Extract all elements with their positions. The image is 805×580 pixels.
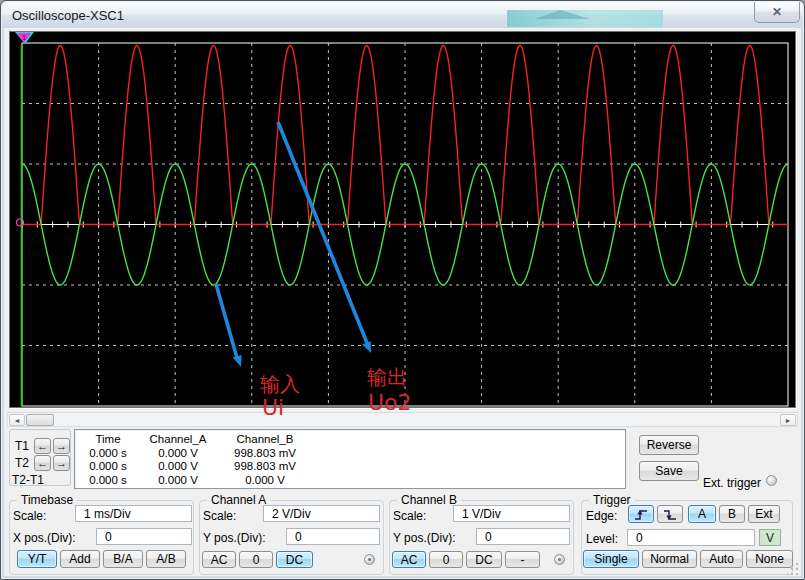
timebase-mode-yt[interactable]: Y/T bbox=[17, 550, 57, 568]
scrollbar-thumb[interactable] bbox=[26, 414, 54, 426]
timebase-scale-label: Scale: bbox=[13, 509, 46, 523]
cursor-t2t1-label: T2-T1 bbox=[12, 473, 44, 487]
scroll-left-button[interactable]: ◄ bbox=[9, 414, 25, 426]
trigger-source-a-button[interactable]: A bbox=[688, 505, 716, 523]
channel-b-minus-button[interactable]: - bbox=[505, 551, 540, 568]
trigger-source-b-button[interactable]: B bbox=[719, 505, 745, 523]
measurement-readout: Time Channel_A Channel_B 0.000 s 0.000 V… bbox=[74, 429, 626, 489]
rising-edge-icon bbox=[633, 508, 649, 521]
falling-edge-button[interactable] bbox=[657, 505, 683, 523]
channel-a-zero-button[interactable]: 0 bbox=[239, 551, 273, 568]
trigger-mode-auto[interactable]: Auto bbox=[700, 550, 743, 568]
title-bar[interactable]: Oscilloscope-XSC1 ✕ bbox=[2, 2, 803, 28]
channel-a-title: Channel A bbox=[207, 493, 270, 507]
t1-right-button[interactable]: → bbox=[53, 438, 70, 454]
ext-trigger-indicator[interactable] bbox=[766, 475, 777, 486]
falling-edge-icon bbox=[662, 508, 678, 521]
resize-grip[interactable] bbox=[787, 562, 800, 575]
trigger-mode-normal[interactable]: Normal bbox=[642, 550, 697, 568]
t2t1-channel-b: 0.000 V bbox=[215, 474, 315, 488]
cursor-control-box: T1 ← → T2 ← → T2-T1 bbox=[9, 429, 71, 486]
trigger-level-label: Level: bbox=[586, 532, 618, 546]
ext-trigger-label: Ext. trigger bbox=[703, 476, 761, 490]
channel-b-ac-button[interactable]: AC bbox=[392, 551, 426, 568]
col-header-channel-a: Channel_A bbox=[141, 433, 215, 447]
scope-display: 1 bbox=[9, 31, 796, 408]
channel-a-ypos-label: Y pos.(Div): bbox=[203, 531, 265, 545]
trigger-title: Trigger bbox=[589, 493, 635, 507]
channel-a-dc-button[interactable]: DC bbox=[276, 551, 313, 568]
trigger-mode-single[interactable]: Single bbox=[583, 550, 639, 568]
t2t1-time: 0.000 s bbox=[75, 474, 141, 488]
channel-a-ypos-field[interactable]: 0 bbox=[286, 528, 380, 545]
channel-b-scale-label: Scale: bbox=[393, 509, 426, 523]
close-button[interactable]: ✕ bbox=[754, 2, 800, 23]
t2-right-button[interactable]: → bbox=[53, 455, 70, 471]
scroll-right-button[interactable]: ► bbox=[780, 414, 796, 426]
col-header-channel-b: Channel_B bbox=[215, 433, 315, 447]
timebase-mode-ab[interactable]: A/B bbox=[146, 550, 186, 568]
scope-graticule-svg: 1 bbox=[10, 32, 795, 407]
reverse-button[interactable]: Reverse bbox=[639, 435, 699, 455]
cursor-t1-label: T1 bbox=[15, 439, 29, 453]
timebase-xpos-label: X pos.(Div): bbox=[13, 531, 76, 545]
t2-channel-b: 998.803 mV bbox=[215, 460, 315, 474]
background-window-glimpse bbox=[507, 10, 663, 27]
timebase-mode-add[interactable]: Add bbox=[60, 550, 100, 568]
trigger-mode-none[interactable]: None bbox=[746, 550, 793, 568]
timebase-title: Timebase bbox=[17, 493, 77, 507]
col-header-time: Time bbox=[75, 433, 141, 447]
t2t1-channel-a: 0.000 V bbox=[141, 474, 215, 488]
oscilloscope-window: Oscilloscope-XSC1 ✕ 1 ◄ ► T1 ← → T2 ← → … bbox=[0, 0, 805, 580]
channel-a-scale-label: Scale: bbox=[203, 509, 236, 523]
t2-time: 0.000 s bbox=[75, 460, 141, 474]
timebase-mode-ba[interactable]: B/A bbox=[103, 550, 143, 568]
save-button[interactable]: Save bbox=[639, 461, 699, 481]
channel-a-ac-button[interactable]: AC bbox=[202, 551, 236, 568]
timebase-xpos-field[interactable]: 0 bbox=[96, 528, 192, 545]
channel-a-scale-field[interactable]: 2 V/Div bbox=[263, 505, 380, 522]
cursor-t2-label: T2 bbox=[15, 456, 29, 470]
trigger-level-unit[interactable]: V bbox=[759, 529, 781, 546]
t1-channel-a: 0.000 V bbox=[141, 447, 215, 461]
trigger-edge-label: Edge: bbox=[586, 509, 617, 523]
t1-channel-b: 998.803 mV bbox=[215, 447, 315, 461]
t2-channel-a: 0.000 V bbox=[141, 460, 215, 474]
channel-b-zero-button[interactable]: 0 bbox=[429, 551, 463, 568]
t2-left-button[interactable]: ← bbox=[34, 455, 51, 471]
rising-edge-button[interactable] bbox=[628, 505, 654, 523]
cursor-flag-digit: 1 bbox=[22, 34, 26, 41]
channel-b-ypos-field[interactable]: 0 bbox=[476, 528, 570, 545]
channel-a-indicator bbox=[364, 554, 375, 565]
t1-time: 0.000 s bbox=[75, 447, 141, 461]
trigger-level-field[interactable]: 0 bbox=[627, 529, 755, 546]
horizontal-scrollbar[interactable]: ◄ ► bbox=[7, 412, 798, 427]
window-title: Oscilloscope-XSC1 bbox=[12, 8, 124, 23]
timebase-scale-field[interactable]: 1 ms/Div bbox=[75, 505, 192, 522]
trigger-source-ext-button[interactable]: Ext bbox=[748, 505, 780, 523]
t1-left-button[interactable]: ← bbox=[34, 438, 51, 454]
channel-b-scale-field[interactable]: 1 V/Div bbox=[453, 505, 570, 522]
channel-b-title: Channel B bbox=[397, 493, 461, 507]
channel-b-ypos-label: Y pos.(Div): bbox=[393, 531, 455, 545]
channel-b-indicator bbox=[554, 554, 565, 565]
channel-b-dc-button[interactable]: DC bbox=[466, 551, 502, 568]
